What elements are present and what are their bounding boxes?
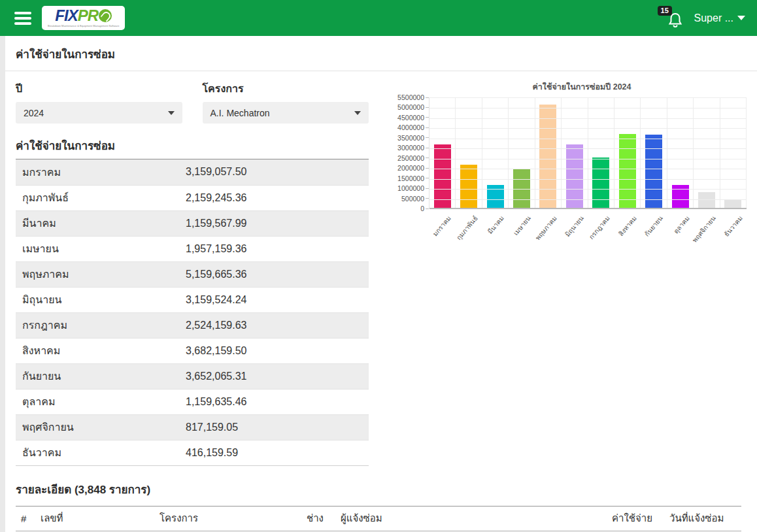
- notifications-button[interactable]: 15: [663, 8, 682, 28]
- x-tick-label: มกราคม: [431, 214, 454, 239]
- y-tick-label: 2000000: [397, 164, 429, 172]
- monthly-row: กันยายน3,652,065.31: [16, 363, 369, 389]
- x-tick-label: สิงหาคม: [616, 214, 639, 239]
- gridline: [429, 169, 747, 169]
- x-tick-label: กันยายน: [642, 214, 665, 239]
- gridline: [429, 148, 747, 149]
- chart-category-slot: [535, 98, 562, 208]
- gridline: [429, 128, 747, 129]
- chart-category-slot: [720, 98, 747, 208]
- details-column-header: ช่าง: [307, 506, 341, 531]
- y-tick-label: 0: [420, 205, 429, 212]
- bar-5: [539, 105, 556, 208]
- y-tick-label: 3000000: [397, 144, 429, 152]
- x-tick-label: กุมภาพันธ์: [454, 214, 480, 242]
- gridline: [429, 108, 747, 108]
- x-tick-label: มิถุนายน: [562, 214, 586, 239]
- month-cost-value: 3,159,057.50: [186, 159, 369, 185]
- month-label: มิถุนายน: [16, 287, 186, 312]
- chevron-down-icon: [354, 111, 361, 115]
- chart-category-slot: [667, 98, 694, 208]
- y-tick-label: 1000000: [397, 184, 429, 192]
- chart-category-slot: [694, 98, 720, 208]
- gridline: [429, 159, 747, 159]
- y-tick-label: 2500000: [397, 154, 429, 162]
- gridline: [429, 189, 747, 190]
- y-tick-label: 5000000: [397, 103, 429, 111]
- monthly-row: ตุลาคม1,159,635.46: [16, 389, 369, 414]
- chart-title: ค่าใช้จ่ายในการซ่อมปี 2024: [387, 80, 750, 93]
- month-cost-value: 1,159,635.46: [186, 389, 369, 414]
- monthly-row: กรกฎาคม2,524,159.63: [16, 312, 369, 338]
- year-filter-label: ปี: [16, 80, 182, 97]
- chart-category-slot: [482, 98, 509, 208]
- x-tick-label: ตุลาคม: [671, 214, 692, 236]
- gridline: [429, 179, 747, 180]
- user-menu[interactable]: Super ...: [694, 12, 745, 24]
- app-logo[interactable]: FIXPR Breakdown Maintenance & Equipment …: [42, 6, 125, 30]
- year-select-value: 2024: [24, 108, 44, 118]
- month-cost-value: 3,159,524.24: [186, 287, 369, 312]
- details-column-header: วันที่แจ้งซ่อม: [655, 506, 741, 531]
- chart-category-slot: [456, 98, 482, 208]
- app-header: FIXPR Breakdown Maintenance & Equipment …: [0, 0, 757, 36]
- month-cost-value: 1,957,159.36: [186, 236, 369, 261]
- x-tick-label: พฤษภาคม: [533, 214, 559, 242]
- x-tick-label: ธันวาคม: [722, 214, 745, 239]
- month-label: กุมภาพันธ์: [16, 185, 186, 210]
- bar-8: [619, 134, 636, 208]
- details-column-header: #: [16, 506, 41, 531]
- chevron-down-icon: [168, 111, 175, 115]
- monthly-row: พฤษภาคม5,159,665.36: [16, 261, 369, 287]
- notification-count-badge: 15: [658, 6, 672, 16]
- gridline: [429, 199, 747, 200]
- monthly-row: มิถุนายน3,159,524.24: [16, 287, 369, 312]
- month-label: กันยายน: [16, 363, 186, 389]
- hamburger-menu-icon[interactable]: [14, 12, 31, 25]
- gridline: [429, 118, 747, 119]
- chart-category-slot: [429, 98, 456, 208]
- details-table: #เลขที่โครงการช่างผู้แจ้งซ่อมค่าใช้จ่ายว…: [16, 506, 741, 532]
- month-cost-value: 5,159,665.36: [186, 261, 369, 287]
- monthly-row: มกราคม3,159,057.50: [16, 159, 369, 185]
- logo-text: FIXPR: [55, 8, 112, 24]
- month-label: ตุลาคม: [16, 389, 186, 414]
- monthly-row: กุมภาพันธ์2,159,245.36: [16, 185, 369, 210]
- monthly-cost-table: มกราคม3,159,057.50กุมภาพันธ์2,159,245.36…: [16, 159, 369, 466]
- chart-plot-area: [429, 97, 747, 208]
- month-label: ธันวาคม: [16, 440, 186, 465]
- month-label: พฤษภาคม: [16, 261, 186, 287]
- year-select[interactable]: 2024: [16, 102, 182, 124]
- monthly-row: สิงหาคม3,682,159.50: [16, 338, 369, 363]
- x-tick-label: เมษายน: [511, 214, 533, 237]
- details-column-header: ค่าใช้จ่าย: [571, 506, 655, 531]
- y-tick-label: 4000000: [397, 124, 429, 131]
- bar-11: [698, 192, 715, 208]
- month-label: เมษายน: [16, 236, 186, 261]
- chart-y-axis: 0500000100000015000002000000250000030000…: [387, 97, 429, 208]
- chevron-down-icon: [737, 16, 745, 20]
- chart-category-slot: [614, 98, 641, 208]
- details-column-header: เลขที่: [41, 506, 160, 531]
- y-tick-label: 1500000: [397, 175, 429, 182]
- bar-9: [645, 135, 662, 208]
- bar-chart: ค่าใช้จ่ายในการซ่อมปี 2024 0500000100000…: [387, 80, 750, 252]
- y-tick-label: 500000: [401, 195, 429, 203]
- y-tick-label: 5500000: [397, 93, 429, 101]
- details-column-header: ผู้แจ้งซ่อม: [341, 506, 571, 531]
- page-title: ค่าใช้จ่ายในการซ่อม: [16, 45, 747, 63]
- details-section-title: รายละเอียด (3,848 รายการ): [16, 480, 736, 498]
- logo-tagline: Breakdown Maintenance & Equipment Manage…: [48, 25, 119, 27]
- month-cost-value: 2,524,159.63: [186, 312, 369, 338]
- x-tick-label: กรกฎาคม: [587, 214, 613, 242]
- x-tick-label: มีนาคม: [485, 214, 506, 236]
- bar-7: [592, 158, 609, 208]
- project-select[interactable]: A.I. Mechatron: [203, 102, 369, 124]
- chart-category-slot: [641, 98, 667, 208]
- month-cost-value: 2,159,245.36: [186, 185, 369, 210]
- project-filter-label: โครงการ: [203, 80, 369, 97]
- monthly-section-title: ค่าใช้จ่ายในการซ่อม: [16, 137, 369, 159]
- chart-category-slot: [509, 98, 535, 208]
- chart-category-slot: [562, 98, 588, 208]
- bar-2: [460, 165, 477, 208]
